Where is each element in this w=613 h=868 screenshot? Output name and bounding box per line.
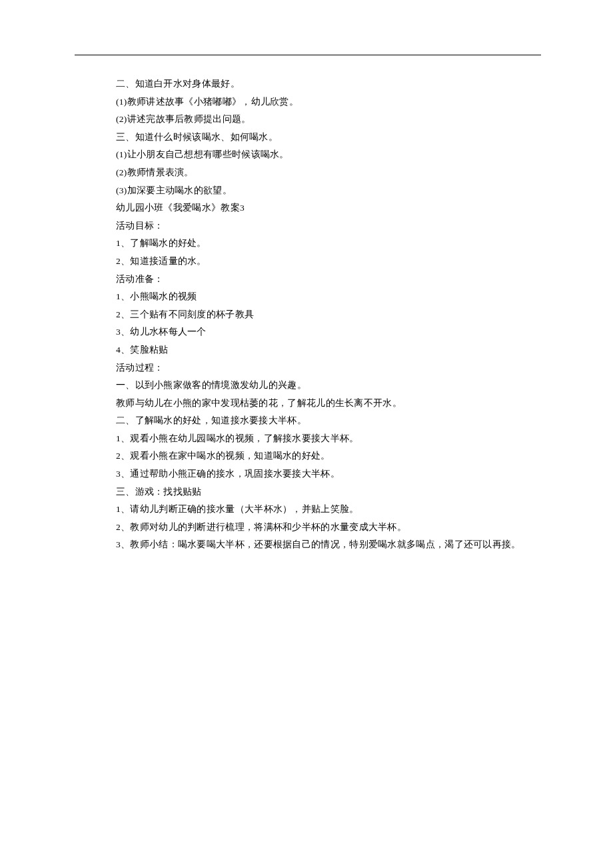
text-line: (2)教师情景表演。 [116,164,540,182]
text-line: 1、请幼儿判断正确的接水量（大半杯水），并贴上笑脸。 [116,501,540,519]
text-line: 2、教师对幼儿的判断进行梳理，将满杯和少半杯的水量变成大半杯。 [116,519,540,537]
text-line: 4、笑脸粘贴 [116,341,540,359]
page-container: 二、知道白开水对身体最好。 (1)教师讲述故事《小猪嘟嘟》，幼儿欣赏。 (2)讲… [0,0,613,554]
text-line: 幼儿园小班《我爱喝水》教案3 [116,199,540,217]
text-line: 活动目标： [116,217,540,235]
text-line: 1、观看小熊在幼儿园喝水的视频，了解接水要接大半杯。 [116,430,540,448]
text-line: 二、了解喝水的好处，知道接水要接大半杯。 [116,412,540,430]
text-line: (3)加深要主动喝水的欲望。 [116,182,540,200]
text-line: 3、幼儿水杯每人一个 [116,323,540,341]
text-line: 三、知道什么时候该喝水、如何喝水。 [116,129,540,147]
text-line: (2)讲述完故事后教师提出问题。 [116,111,540,129]
text-line: 2、知道接适量的水。 [116,253,540,271]
text-line: 二、知道白开水对身体最好。 [116,75,540,93]
text-line: 3、通过帮助小熊正确的接水，巩固接水要接大半杯。 [116,465,540,483]
text-line: (1)教师讲述故事《小猪嘟嘟》，幼儿欣赏。 [116,93,540,111]
text-line: 1、了解喝水的好处。 [116,235,540,253]
text-line: 教师与幼儿在小熊的家中发现枯萎的花，了解花儿的生长离不开水。 [116,395,540,413]
text-line: 3、教师小结：喝水要喝大半杯，还要根据自己的情况，特别爱喝水就多喝点，渴了还可以… [116,536,540,554]
horizontal-rule [75,55,541,55]
text-line: 1、小熊喝水的视频 [116,288,540,306]
text-line: 三、游戏：找找贴贴 [116,483,540,501]
text-line: 2、三个贴有不同刻度的杯子教具 [116,306,540,324]
text-line: 一、以到小熊家做客的情境激发幼儿的兴趣。 [116,377,540,395]
text-line: 活动过程： [116,359,540,377]
text-line: (1)让小朋友自己想想有哪些时候该喝水。 [116,146,540,164]
text-line: 2、观看小熊在家中喝水的视频，知道喝水的好处。 [116,447,540,465]
text-line: 活动准备： [116,271,540,289]
document-content: 二、知道白开水对身体最好。 (1)教师讲述故事《小猪嘟嘟》，幼儿欣赏。 (2)讲… [73,73,540,554]
